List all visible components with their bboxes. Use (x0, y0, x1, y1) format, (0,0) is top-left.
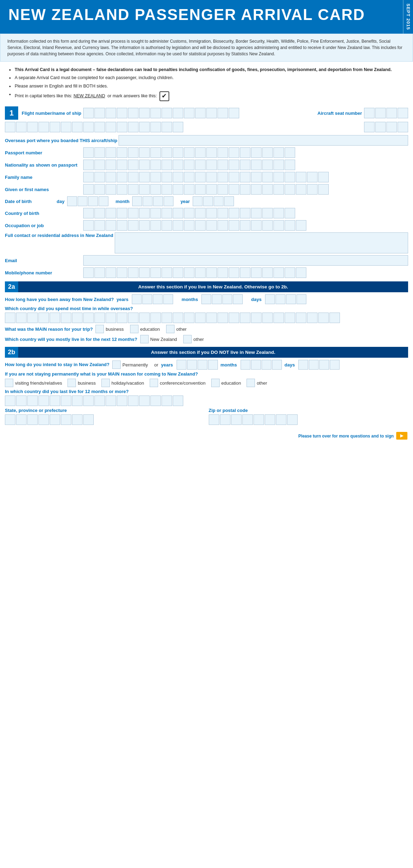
country-birth-cells[interactable] (83, 208, 408, 218)
flight-cell-10[interactable] (184, 108, 194, 118)
business-checkbox-2b[interactable] (67, 379, 76, 387)
last-live-label: In which country did you last live for 1… (5, 389, 129, 394)
flight-cell-9[interactable] (173, 108, 183, 118)
seat-cell-2[interactable] (375, 108, 386, 118)
info-bar: Information collected on this form and d… (0, 34, 413, 62)
permanently-option[interactable]: Permanently (112, 360, 148, 369)
seat-cell-4[interactable] (398, 108, 408, 118)
education-checkbox-2b[interactable] (211, 379, 220, 387)
mobile-label: Mobile/phone number (5, 270, 82, 275)
education-option-2a[interactable]: education (130, 325, 160, 333)
state-cells[interactable] (5, 414, 94, 425)
permanently-checkbox[interactable] (112, 360, 121, 369)
dob-year-label: year (180, 199, 190, 204)
zip-cells[interactable] (209, 414, 298, 425)
visiting-checkbox[interactable] (5, 379, 13, 387)
holiday-option[interactable]: holiday/vacation (101, 379, 144, 387)
address-input[interactable] (115, 232, 408, 253)
last-live-cells[interactable] (5, 396, 408, 406)
away-days-cells[interactable] (265, 294, 306, 304)
occupation-cells[interactable] (83, 220, 408, 231)
flight-cell-1[interactable] (83, 108, 94, 118)
intend-stay-row: How long do you intend to stay in New Ze… (5, 360, 408, 370)
email-input[interactable] (83, 255, 408, 266)
mobile-cells[interactable] (83, 267, 408, 278)
flight-cell-11[interactable] (195, 108, 206, 118)
nationality-cells[interactable] (83, 160, 408, 170)
flight-cell-13[interactable] (218, 108, 228, 118)
education-label-2b: education (221, 380, 241, 386)
passport-cells[interactable] (83, 147, 408, 158)
nz-option[interactable]: New Zealand (140, 335, 177, 343)
other-checkbox-2a[interactable] (166, 325, 175, 333)
flight-label: Flight number/name of ship (22, 111, 81, 116)
passport-row: Passport number (5, 147, 408, 158)
business-option-2a[interactable]: business (95, 325, 123, 333)
section2b-title: Answer this section if you DO NOT live i… (18, 347, 408, 358)
country-most-cells[interactable] (5, 313, 408, 323)
overseas-input[interactable] (119, 135, 408, 146)
conference-option[interactable]: conference/convention (150, 379, 206, 387)
visiting-option[interactable]: visiting friends/relatives (5, 379, 62, 387)
other2-option[interactable]: other (183, 335, 204, 343)
section2b-number: 2b (5, 347, 18, 358)
flight-cell-2[interactable] (94, 108, 105, 118)
address-row: Full contact or residential address in N… (5, 232, 408, 253)
mostly-live-row: Which country will you mostly live in fo… (5, 335, 408, 343)
flight-cell-4[interactable] (117, 108, 127, 118)
years-label-2a: years (116, 297, 128, 302)
instruction-item-4: Print in capital letters like this: NEW … (7, 90, 406, 102)
business-label-2a: business (106, 327, 123, 332)
dob-day-cells[interactable] (67, 196, 108, 206)
flight-cell-6[interactable] (139, 108, 150, 118)
stay-days-cells[interactable] (298, 360, 340, 370)
business-option-2b[interactable]: business (67, 379, 95, 387)
perm-or-group: Permanently or (112, 360, 158, 369)
flight-cell-14[interactable] (229, 108, 239, 118)
dob-month-cells[interactable] (132, 196, 173, 206)
flight-cell-7[interactable] (150, 108, 161, 118)
seat-cell-3[interactable] (386, 108, 397, 118)
visiting-label: visiting friends/relatives (15, 380, 62, 386)
dob-label: Date of birth (5, 199, 54, 204)
stay-years-cells[interactable] (177, 360, 218, 370)
given-names-label: Given or first names (5, 187, 82, 192)
away-years-cells[interactable] (132, 294, 173, 304)
dob-year-cells[interactable] (193, 196, 234, 206)
state-label: State, province or prefecture (5, 408, 67, 413)
education-checkbox-2a[interactable] (130, 325, 138, 333)
flight-cell-3[interactable] (106, 108, 116, 118)
years-label-2b: years (161, 362, 173, 368)
flight-input-cells[interactable] (5, 122, 408, 132)
mobile-row: Mobile/phone number (5, 267, 408, 278)
conference-checkbox[interactable] (150, 379, 158, 387)
seat-cells[interactable] (364, 108, 408, 118)
family-name-label: Family name (5, 175, 82, 180)
other-option-2b[interactable]: other (247, 379, 267, 387)
flight-cells[interactable] (83, 108, 239, 118)
nationality-label: Nationality as shown on passport (5, 162, 82, 168)
family-name-cells[interactable] (83, 172, 408, 182)
stay-months-cells[interactable] (241, 360, 282, 370)
nz-checkbox[interactable] (140, 335, 149, 343)
dob-row: Date of birth day month year (5, 196, 408, 206)
business-label-2b: business (78, 380, 95, 386)
seat-cell-1[interactable] (364, 108, 375, 118)
given-names-cells[interactable] (83, 184, 408, 195)
flight-cell-12[interactable] (206, 108, 217, 118)
other2-checkbox[interactable] (183, 335, 192, 343)
overseas-port-row: Overseas port where you boarded THIS air… (5, 135, 408, 146)
other-option-2a[interactable]: other (166, 325, 187, 333)
holiday-checkbox[interactable] (101, 379, 110, 387)
business-checkbox-2a[interactable] (95, 325, 104, 333)
permanently-label: Permanently (122, 362, 148, 368)
away-label: How long have you been away from New Zea… (5, 297, 114, 302)
section2a-number: 2a (5, 281, 18, 292)
flight-cell-8[interactable] (162, 108, 172, 118)
passport-label: Passport number (5, 150, 82, 155)
other-checkbox-2b[interactable] (247, 379, 255, 387)
flight-cell-5[interactable] (128, 108, 138, 118)
education-option-2b[interactable]: education (211, 379, 241, 387)
away-months-cells[interactable] (201, 294, 243, 304)
main-reason-label: What was the MAIN reason for your trip? (5, 327, 93, 332)
